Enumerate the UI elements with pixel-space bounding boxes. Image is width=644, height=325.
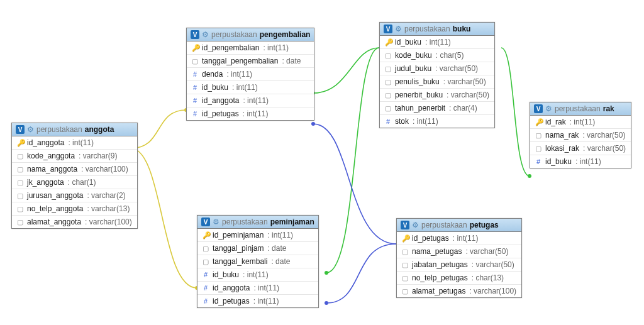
column-judul_buku[interactable]: ▢judul_buku: varchar(50) — [380, 62, 494, 75]
gear-icon[interactable]: ⚙ — [412, 221, 419, 229]
column-type: : varchar(50) — [472, 260, 514, 269]
svg-point-6 — [325, 301, 328, 305]
column-penulis_buku[interactable]: ▢penulis_buku: varchar(50) — [380, 75, 494, 88]
column-no_telp_petugas[interactable]: ▢no_telp_petugas: char(13) — [397, 271, 521, 284]
table-name: anggota — [85, 125, 114, 134]
column-type: : int(11) — [243, 96, 269, 105]
table-anggota[interactable]: V⚙perpustakaan anggota🔑id_anggota: int(1… — [11, 123, 138, 229]
column-id_anggota[interactable]: #id_anggota: int(11) — [197, 281, 318, 294]
column-nama_anggota[interactable]: ▢nama_anggota: varchar(100) — [12, 162, 137, 175]
column-type: : char(1) — [68, 178, 96, 187]
column-type: : varchar(50) — [447, 91, 489, 99]
view-icon[interactable]: V — [16, 125, 25, 134]
column-tanggal_pengembalian[interactable]: ▢tanggal_pengembalian: date — [187, 54, 314, 67]
column-icon: ▢ — [402, 248, 408, 256]
column-alamat_petugas[interactable]: ▢alamat_petugas: varchar(100) — [397, 284, 521, 297]
column-lokasi_rak[interactable]: ▢lokasi_rak: varchar(50) — [530, 141, 631, 155]
column-name: tanggal_pengembalian — [202, 57, 278, 65]
view-icon[interactable]: V — [191, 30, 199, 39]
table-name: rak — [603, 104, 614, 113]
column-type: : int(11) — [243, 109, 269, 118]
column-id_buku[interactable]: #id_buku: int(11) — [530, 155, 631, 168]
table-petugas[interactable]: V⚙perpustakaan petugas🔑id_petugas: int(1… — [396, 218, 522, 298]
table-header[interactable]: V⚙perpustakaan pengembalian — [187, 28, 314, 41]
column-denda[interactable]: #denda: int(11) — [187, 67, 314, 80]
table-header[interactable]: V⚙perpustakaan rak — [530, 102, 631, 116]
column-name: penerbit_buku — [395, 91, 443, 99]
db-name: perpustakaan — [36, 125, 82, 134]
table-rak[interactable]: V⚙perpustakaan rak🔑id_rak: int(11)▢nama_… — [530, 102, 631, 168]
view-icon[interactable]: V — [534, 104, 543, 113]
table-buku[interactable]: V⚙perpustakaan buku🔑id_buku: int(11)▢kod… — [379, 22, 495, 128]
column-name: jk_anggota — [27, 178, 64, 187]
gear-icon[interactable]: ⚙ — [213, 218, 219, 226]
column-tanggal_pinjam[interactable]: ▢tanggal_pinjam: date — [197, 241, 318, 255]
column-jurusan_anggota[interactable]: ▢jurusan_anggota: varchar(2) — [12, 189, 137, 202]
column-jabatan_petugas[interactable]: ▢jabatan_petugas: varchar(50) — [397, 258, 521, 271]
hash-icon: # — [192, 110, 198, 118]
table-header[interactable]: V⚙perpustakaan petugas — [397, 219, 521, 232]
column-type: : varchar(100) — [85, 218, 132, 226]
column-name: id_peminjaman — [213, 231, 264, 240]
column-list: 🔑id_buku: int(11)▢kode_buku: char(5)▢jud… — [380, 36, 494, 128]
column-id_buku[interactable]: #id_buku: int(11) — [187, 80, 314, 94]
column-type: : varchar(50) — [582, 131, 625, 140]
column-type: : int(11) — [226, 70, 252, 79]
key-icon: 🔑 — [402, 234, 408, 243]
column-id_anggota[interactable]: #id_anggota: int(11) — [187, 94, 314, 107]
column-name: kode_buku — [395, 51, 432, 60]
column-id_petugas[interactable]: 🔑id_petugas: int(11) — [397, 232, 521, 245]
column-name: tanggal_kembali — [213, 257, 267, 266]
column-type: : int(11) — [253, 284, 279, 292]
table-header[interactable]: V⚙perpustakaan anggota — [12, 123, 137, 136]
view-icon[interactable]: V — [401, 221, 409, 229]
column-id_pengembalian[interactable]: 🔑id_pengembalian: int(11) — [187, 41, 314, 54]
svg-point-4 — [528, 174, 531, 178]
gear-icon[interactable]: ⚙ — [395, 25, 402, 33]
column-icon: ▢ — [17, 152, 23, 160]
column-nama_petugas[interactable]: ▢nama_petugas: varchar(50) — [397, 245, 521, 258]
column-kode_anggota[interactable]: ▢kode_anggota: varchar(9) — [12, 149, 137, 162]
column-no_telp_anggota[interactable]: ▢no_telp_anggota: varchar(13) — [12, 202, 137, 215]
view-icon[interactable]: V — [201, 218, 210, 226]
column-alamat_anggota[interactable]: ▢alamat_anggota: varchar(100) — [12, 215, 137, 228]
column-id_petugas[interactable]: #id_petugas: int(11) — [197, 294, 318, 307]
key-icon: 🔑 — [17, 139, 23, 147]
db-name: perpustakaan — [404, 25, 450, 33]
column-icon: ▢ — [385, 78, 391, 86]
column-type: : int(11) — [575, 157, 601, 166]
gear-icon[interactable]: ⚙ — [545, 105, 552, 113]
svg-point-5 — [311, 122, 315, 126]
hash-icon: # — [203, 284, 209, 292]
column-id_petugas[interactable]: #id_petugas: int(11) — [187, 107, 314, 120]
column-name: jurusan_anggota — [27, 191, 83, 200]
column-penerbit_buku[interactable]: ▢penerbit_buku: varchar(50) — [380, 88, 494, 101]
table-header[interactable]: V⚙perpustakaan buku — [380, 23, 494, 36]
column-stok[interactable]: #stok: int(11) — [380, 114, 494, 128]
column-nama_rak[interactable]: ▢nama_rak: varchar(50) — [530, 128, 631, 141]
gear-icon[interactable]: ⚙ — [202, 31, 209, 38]
column-id_peminjaman[interactable]: 🔑id_peminjaman: int(11) — [197, 229, 318, 241]
column-type: : int(11) — [570, 118, 596, 126]
column-jk_anggota[interactable]: ▢jk_anggota: char(1) — [12, 175, 137, 189]
column-type: : char(5) — [436, 51, 464, 60]
view-icon[interactable]: V — [384, 25, 392, 33]
table-header[interactable]: V⚙perpustakaan peminjaman — [197, 216, 318, 229]
column-id_buku[interactable]: 🔑id_buku: int(11) — [380, 36, 494, 48]
column-type: : char(4) — [449, 104, 477, 113]
column-type: : int(11) — [253, 297, 279, 306]
gear-icon[interactable]: ⚙ — [27, 126, 34, 133]
column-id_buku[interactable]: #id_buku: int(11) — [197, 268, 318, 281]
column-name: kode_anggota — [27, 151, 75, 160]
column-tanggal_kembali[interactable]: ▢tanggal_kembali: date — [197, 255, 318, 268]
table-peminjaman[interactable]: V⚙perpustakaan peminjaman🔑id_peminjaman:… — [197, 215, 319, 308]
column-type: : varchar(50) — [465, 247, 508, 256]
column-tahun_penerbit[interactable]: ▢tahun_penerbit: char(4) — [380, 101, 494, 114]
table-name: pengembalian — [260, 30, 311, 39]
column-id_rak[interactable]: 🔑id_rak: int(11) — [530, 116, 631, 128]
column-type: : date — [267, 244, 286, 253]
column-id_anggota[interactable]: 🔑id_anggota: int(11) — [12, 136, 137, 149]
table-pengembalian[interactable]: V⚙perpustakaan pengembalian🔑id_pengembal… — [186, 28, 314, 121]
key-icon: 🔑 — [535, 118, 541, 126]
column-kode_buku[interactable]: ▢kode_buku: char(5) — [380, 48, 494, 62]
